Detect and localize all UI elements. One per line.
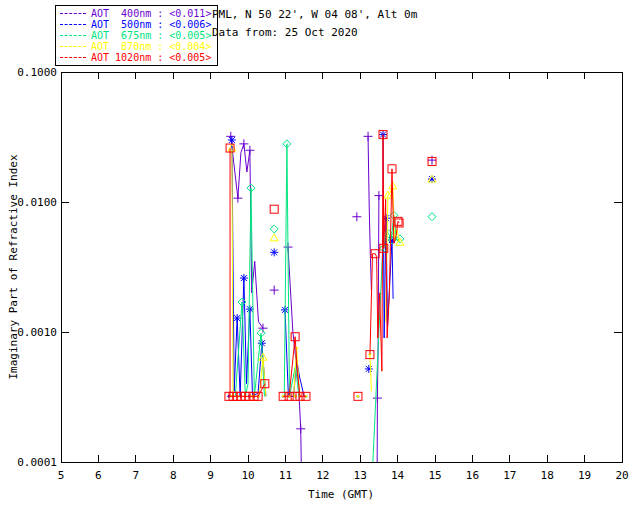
series-aot-400nm (226, 132, 436, 501)
series-line (370, 355, 371, 392)
data-point-plus-icon (373, 394, 382, 403)
x-tick-label: 16 (466, 469, 479, 482)
x-tick-label: 6 (95, 469, 102, 482)
y-tick-label: 0.0001 (17, 456, 57, 469)
aeronet-refractive-index-plot: AOT 400nm : <0.011>AOT 500nm : <0.006>AO… (0, 0, 640, 512)
x-tick-label: 12 (316, 469, 329, 482)
legend-label: AOT 1020nm : <0.005> (91, 52, 211, 63)
legend-item-2: AOT 675nm : <0.005> (60, 30, 211, 41)
data-point-plus-icon (270, 286, 279, 295)
legend-label: AOT 400nm : <0.011> (91, 8, 211, 19)
data-point-diamond-icon (270, 225, 278, 233)
data-point-plus-icon (352, 212, 361, 221)
x-tick-label: 13 (354, 469, 367, 482)
x-tick-label: 18 (541, 469, 554, 482)
data-date-text: Data from: 25 Oct 2020 (212, 26, 358, 39)
data-point-triangle-icon (270, 234, 278, 241)
x-tick-label: 7 (132, 469, 139, 482)
data-point-plus-icon (428, 156, 437, 165)
legend-label: AOT 675nm : <0.005> (91, 30, 211, 41)
legend-line-sample-icon (60, 57, 86, 58)
data-point-plus-icon (233, 194, 242, 203)
series-aot-675nm (235, 140, 436, 501)
series-line (368, 136, 371, 290)
legend-line-sample-icon (60, 13, 86, 14)
data-point-plus-icon (296, 424, 305, 433)
legend-label: AOT 500nm : <0.006> (91, 19, 211, 30)
data-point-asterisk-icon (228, 136, 236, 144)
x-tick-label: 5 (58, 469, 65, 482)
chart-plot-area: 5678910111213141516171819200.10000.01000… (0, 0, 640, 512)
y-tick-label: 0.0010 (17, 326, 57, 339)
legend-item-3: AOT 870nm : <0.004> (60, 41, 211, 52)
data-point-asterisk-icon (240, 274, 248, 282)
data-point-plus-icon (374, 191, 383, 200)
x-tick-label: 15 (428, 469, 441, 482)
x-tick-label: 19 (578, 469, 591, 482)
legend-line-sample-icon (60, 46, 86, 47)
data-point-dot-icon (357, 395, 360, 398)
y-tick-label: 0.0100 (17, 196, 57, 209)
site-location-text: PML, N 50 22', W 04 08', Alt 0m (212, 8, 417, 21)
legend-item-1: AOT 500nm : <0.006> (60, 19, 211, 30)
x-tick-label: 8 (170, 469, 177, 482)
series-aot-1020nm (225, 131, 436, 401)
legend-item-4: AOT 1020nm : <0.005> (60, 52, 211, 63)
legend-item-0: AOT 400nm : <0.011> (60, 8, 211, 19)
x-tick-label: 20 (615, 469, 628, 482)
axes-frame (61, 72, 622, 462)
y-tick-label: 0.1000 (17, 66, 57, 79)
x-tick-label: 11 (279, 469, 292, 482)
data-point-asterisk-icon (270, 248, 278, 256)
x-tick-label: 10 (241, 469, 254, 482)
data-point-asterisk-icon (233, 314, 241, 322)
legend-line-sample-icon (60, 24, 86, 25)
legend-label: AOT 870nm : <0.004> (91, 41, 211, 52)
data-point-plus-icon (239, 139, 248, 148)
data-point-plus-icon (364, 132, 373, 141)
series-aot-870nm (228, 144, 436, 398)
x-tick-label: 9 (207, 469, 214, 482)
data-point-diamond-icon (428, 213, 436, 221)
legend-line-sample-icon (60, 35, 86, 36)
data-point-plus-icon (245, 146, 254, 155)
x-tick-label: 14 (391, 469, 405, 482)
series-line (231, 136, 263, 328)
data-point-square-icon (270, 205, 278, 213)
x-tick-label: 17 (503, 469, 516, 482)
legend-box: AOT 400nm : <0.011>AOT 500nm : <0.006>AO… (55, 5, 218, 66)
data-point-asterisk-icon (365, 365, 373, 373)
